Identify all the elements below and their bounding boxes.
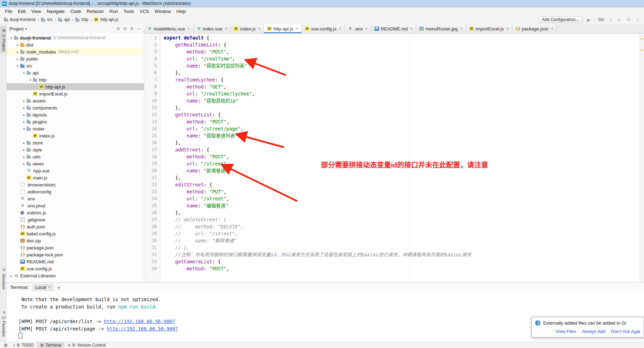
- history-clock-button[interactable]: ◔: [634, 17, 640, 22]
- tree-item-utils[interactable]: ▸utils: [7, 153, 144, 160]
- chevron-icon[interactable]: ▸: [9, 274, 14, 278]
- tab-package.json[interactable]: {}package.json×: [512, 24, 557, 33]
- tree-item-.env[interactable]: ⚙.env: [7, 195, 144, 202]
- statusbar-terminal[interactable]: ▣ Terminal: [37, 342, 64, 348]
- code-editor[interactable]: 1export default {2 getRealTimeList: {3 m…: [144, 34, 644, 282]
- tab-close-icon[interactable]: ×: [460, 26, 463, 31]
- tree-item-auth.json[interactable]: {}auth.json: [7, 223, 144, 230]
- tree-item-plugins[interactable]: ▸plugins: [7, 118, 144, 125]
- menu-edit[interactable]: Edit: [15, 9, 28, 14]
- tree-item-style[interactable]: ▸style: [7, 146, 144, 153]
- notification-action[interactable]: Always Add: [582, 329, 605, 334]
- chevron-icon[interactable]: ▾: [21, 71, 27, 75]
- tool-window-switcher-icon[interactable]: ▦: [1, 343, 10, 347]
- tool-strip-favorites[interactable]: ★ 2: Favorites: [0, 308, 6, 339]
- tree-item-router[interactable]: ▾router: [7, 125, 144, 132]
- menu-vcs[interactable]: VCS: [137, 9, 152, 14]
- chevron-icon[interactable]: ▸: [21, 148, 27, 152]
- terminal-link[interactable]: http://192.168.66.56:9007: [104, 319, 175, 324]
- menu-navigate[interactable]: Navigate: [44, 9, 67, 14]
- tab-importExcel.js[interactable]: JSimportExcel.js×: [466, 24, 512, 33]
- chevron-icon[interactable]: ▾: [28, 78, 33, 82]
- chevron-icon[interactable]: ▸: [15, 57, 20, 61]
- editor-scroll-stripe[interactable]: [639, 34, 644, 282]
- tab-close-icon[interactable]: ×: [551, 26, 553, 31]
- breadcrumb-item[interactable]: src: [40, 17, 54, 22]
- tree-item-node_modules[interactable]: ▸node_moduleslibrary root: [7, 48, 144, 55]
- tool-strip-structure[interactable]: ▤ Structure: [0, 265, 6, 292]
- git-update-button[interactable]: ↓: [608, 17, 614, 22]
- chevron-icon[interactable]: ▸: [21, 162, 27, 166]
- tree-item-.eslintrc.js[interactable]: .eslintrc.js: [7, 209, 144, 216]
- terminal-link[interactable]: http://192.168.66.56:9007: [107, 326, 178, 332]
- tool-strip-project[interactable]: ▦ 1: Project: [0, 26, 6, 53]
- tree-item-.editorconfig[interactable]: .editorconfig: [7, 188, 144, 195]
- menu-view[interactable]: View: [28, 9, 44, 14]
- chevron-icon[interactable]: ▸: [21, 120, 27, 124]
- tree-item-main.js[interactable]: JSmain.js: [7, 174, 144, 181]
- hide-panel-icon[interactable]: —: [137, 26, 141, 31]
- tree-item-External Libraries[interactable]: ▸▤External Libraries: [7, 272, 144, 279]
- collapse-all-icon[interactable]: ⊟: [123, 26, 127, 31]
- tree-item-http-api.js[interactable]: JShttp-api.js: [7, 83, 144, 90]
- statusbar-version-control[interactable]: ◈ 9: Version Control: [64, 342, 109, 348]
- tree-item-babel.config.js[interactable]: JSbabel.config.js: [7, 230, 144, 237]
- chevron-down-icon[interactable]: ▾: [25, 27, 27, 31]
- tree-item-store[interactable]: ▸store: [7, 139, 144, 146]
- tab-README.md[interactable]: MREADME.md×: [371, 24, 416, 33]
- tab-close-icon[interactable]: ×: [506, 26, 509, 31]
- tree-item-.browserslistrc[interactable]: .browserslistrc: [7, 181, 144, 188]
- tab-close-icon[interactable]: ×: [410, 26, 413, 31]
- menu-run[interactable]: Run: [107, 9, 121, 14]
- tab-menuRouter.jpg[interactable]: menuRouter.jpg×: [416, 24, 466, 33]
- tab-.env[interactable]: ⚙.env×: [345, 24, 371, 33]
- tab-close-icon[interactable]: ×: [258, 26, 260, 31]
- chevron-icon[interactable]: ▾: [15, 64, 20, 68]
- tree-item-assets[interactable]: ▸assets: [7, 97, 144, 104]
- tree-item-importExcel.js[interactable]: JSimportExcel.js: [7, 90, 144, 97]
- tab-index.vue[interactable]: Vindex.vue×: [194, 24, 231, 33]
- breadcrumb-item[interactable]: JShttp-api.js: [93, 17, 119, 22]
- terminal-cursor[interactable]: [19, 333, 22, 339]
- tree-item-duoji-frontend[interactable]: ▾duoji-frontendD:\zheheWeb\duoji-fronten…: [7, 34, 144, 41]
- add-configuration-button[interactable]: Add Configuration...: [538, 16, 583, 23]
- project-panel-title[interactable]: Project: [9, 26, 23, 31]
- chevron-icon[interactable]: ▸: [21, 155, 27, 159]
- tree-item-App.vue[interactable]: VApp.vue: [7, 167, 144, 174]
- git-commit-button[interactable]: ✓: [617, 17, 622, 22]
- tree-item-src[interactable]: ▾src: [7, 62, 144, 69]
- breadcrumb-item[interactable]: duoji-frontend: [3, 17, 36, 22]
- tree-item-layouts[interactable]: ▸layouts: [7, 111, 144, 118]
- tab-close-icon[interactable]: ×: [188, 26, 190, 31]
- chevron-icon[interactable]: ▸: [21, 113, 27, 117]
- tab-close-icon[interactable]: ×: [225, 26, 227, 31]
- tab-index.js[interactable]: JSindex.js×: [231, 24, 264, 33]
- tab-close-icon[interactable]: ×: [339, 26, 341, 31]
- chevron-icon[interactable]: ▸: [15, 43, 20, 47]
- tree-item-vue.config.js[interactable]: JSvue.config.js: [7, 265, 144, 272]
- tab-vue.config.js[interactable]: JSvue.config.js×: [302, 24, 345, 33]
- breadcrumb-item[interactable]: api: [57, 17, 71, 22]
- terminal-tab-local[interactable]: Local ×: [32, 284, 54, 291]
- tree-item-http[interactable]: ▾http: [7, 76, 144, 83]
- tree-item-dist[interactable]: ▸dist: [7, 41, 144, 48]
- breadcrumb-item[interactable]: http: [74, 17, 89, 22]
- menu-file[interactable]: File: [2, 9, 15, 14]
- statusbar-todo[interactable]: ≡ 6: TODO: [10, 342, 37, 348]
- chevron-icon[interactable]: ▸: [15, 50, 20, 54]
- locate-file-icon[interactable]: ⊕: [117, 26, 120, 31]
- chevron-icon[interactable]: ▾: [21, 127, 27, 131]
- tab-close-icon[interactable]: ×: [365, 26, 368, 31]
- tree-item-package-lock.json[interactable]: {}package-lock.json: [7, 251, 144, 258]
- chevron-icon[interactable]: ▸: [21, 141, 27, 145]
- settings-gear-icon[interactable]: ⚙: [130, 26, 134, 31]
- tree-item-dist.zip[interactable]: dist.zip: [7, 237, 144, 244]
- run-button[interactable]: ▶: [586, 17, 592, 22]
- notification-action[interactable]: View Files: [555, 329, 576, 334]
- menu-help[interactable]: Help: [174, 9, 189, 14]
- tree-item-package.json[interactable]: {}package.json: [7, 244, 144, 251]
- notification-action[interactable]: Don't Ask Agai: [611, 329, 640, 334]
- tree-item-.gitignore[interactable]: .gitignore: [7, 216, 144, 223]
- chevron-icon[interactable]: ▸: [21, 99, 27, 103]
- tree-item-api[interactable]: ▾api: [7, 69, 144, 76]
